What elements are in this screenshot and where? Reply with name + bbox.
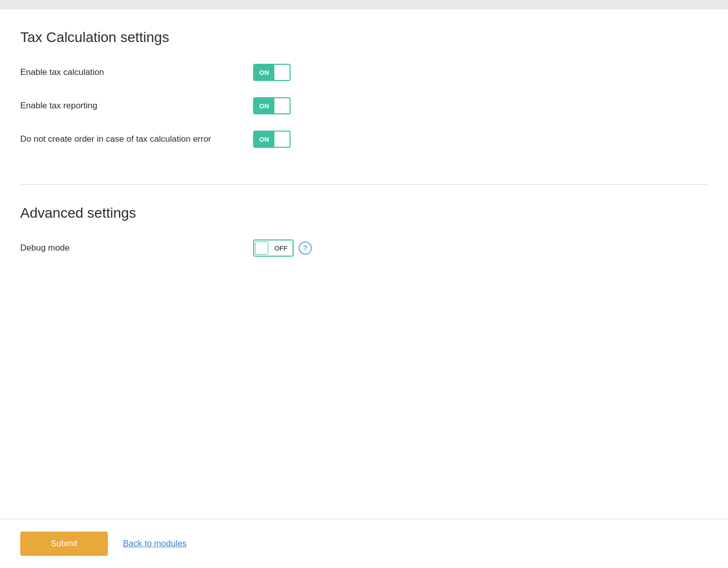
top-bar [0,0,728,9]
advanced-section-title: Advanced settings [20,205,708,221]
debug-mode-toggle[interactable]: OFF [253,239,294,257]
debug-mode-label: Debug mode [20,242,253,254]
toggle-knob [275,133,289,146]
enable-tax-reporting-toggle-wrapper: ON [253,97,291,114]
setting-row-enable-tax-calculation: Enable tax calculation ON [20,64,708,81]
content-area: Tax Calculation settings Enable tax calc… [0,9,728,519]
toggle-knob [275,99,289,112]
toggle-off-label: OFF [269,240,293,256]
page-wrapper: Tax Calculation settings Enable tax calc… [0,0,728,568]
do-not-create-order-toggle-wrapper: ON [253,131,291,148]
setting-row-enable-tax-reporting: Enable tax reporting ON [20,97,708,114]
debug-mode-toggle-wrapper: OFF ? [253,239,312,257]
footer-bar: Submit Back to modules [0,519,728,568]
submit-button[interactable]: Submit [20,532,108,556]
tax-section-title: Tax Calculation settings [20,29,708,46]
toggle-on-label: ON [254,98,274,113]
toggle-knob [275,66,289,79]
debug-mode-help-icon[interactable]: ? [299,241,312,255]
do-not-create-order-toggle[interactable]: ON [253,131,291,148]
toggle-on-label: ON [254,132,274,147]
advanced-settings-section: Advanced settings Debug mode OFF ? [20,205,708,293]
do-not-create-order-label: Do not create order in case of tax calcu… [20,133,253,145]
toggle-knob [255,241,268,255]
setting-row-debug-mode: Debug mode OFF ? [20,239,708,257]
enable-tax-calculation-toggle[interactable]: ON [253,64,291,81]
tax-calculation-section: Tax Calculation settings Enable tax calc… [20,29,708,184]
enable-tax-calculation-label: Enable tax calculation [20,66,253,78]
enable-tax-calculation-toggle-wrapper: ON [253,64,291,81]
toggle-on-label: ON [254,65,274,80]
enable-tax-reporting-label: Enable tax reporting [20,100,253,112]
section-divider [20,184,708,185]
back-to-modules-link[interactable]: Back to modules [123,539,187,549]
enable-tax-reporting-toggle[interactable]: ON [253,97,291,114]
setting-row-do-not-create-order: Do not create order in case of tax calcu… [20,131,708,148]
